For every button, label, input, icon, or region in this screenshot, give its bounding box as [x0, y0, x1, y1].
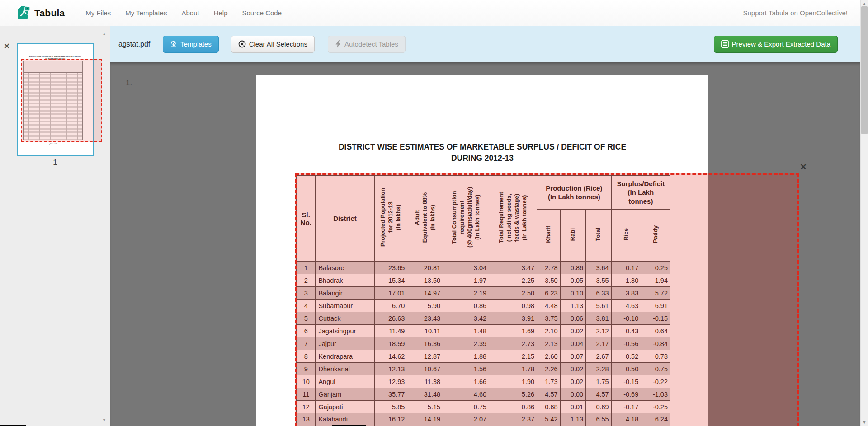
remove-page-icon[interactable]: ✕: [4, 42, 10, 50]
circle-x-icon: [238, 40, 246, 48]
remove-selection-icon[interactable]: ✕: [800, 163, 807, 171]
toolbar: agstat.pdf Templates: [110, 26, 860, 62]
content-frame: ✕ DISTRICT WISE ESTIMATES OF MARKETABLE …: [0, 26, 860, 426]
nav-item-my-templates[interactable]: My Templates: [118, 5, 174, 21]
nav-item-help[interactable]: Help: [207, 5, 235, 21]
save-template-icon: [170, 41, 177, 48]
sidebar-scroll-up-icon[interactable]: ▲: [102, 32, 106, 36]
scrollbar-down-icon[interactable]: ▼: [861, 420, 868, 425]
nav-item-about[interactable]: About: [174, 5, 206, 21]
window-scrollbar[interactable]: ▲ ▼: [860, 0, 868, 426]
document-title: DISTRICT WISE ESTIMATES OF MARKETABLE SU…: [256, 141, 708, 164]
brand[interactable]: Tabula: [17, 5, 65, 22]
page-thumbnail[interactable]: DISTRICT WISE ESTIMATES OF MARKETABLE SU…: [17, 43, 94, 156]
nav-menu: My Files My Templates About Help Source …: [78, 5, 289, 21]
navbar: Tabula My Files My Templates About Help …: [0, 0, 860, 26]
pdf-viewer[interactable]: 1. DISTRICT WISE ESTIMATES OF MARKETABLE…: [110, 62, 860, 426]
nav-item-source-code[interactable]: Source Code: [235, 5, 289, 21]
main-column: agstat.pdf Templates: [110, 26, 860, 426]
thumbnail-selection-box: [21, 59, 102, 142]
clear-all-selections-button[interactable]: Clear All Selections: [231, 36, 315, 53]
nav-item-my-files[interactable]: My Files: [78, 5, 118, 21]
scrollbar-up-icon[interactable]: ▲: [861, 1, 868, 6]
preview-export-button[interactable]: Preview & Export Extracted Data: [714, 36, 838, 53]
viewer-page-label: 1.: [126, 79, 132, 88]
thumbnail-page-stamp: [49, 143, 57, 145]
autodetect-tables-button[interactable]: Autodetect Tables: [328, 36, 406, 53]
table-selection-box[interactable]: [295, 173, 799, 426]
thumbnail-page-number: 1: [17, 158, 94, 167]
sidebar-scroll-down-icon[interactable]: ▼: [102, 418, 106, 422]
table-list-icon: [721, 40, 729, 48]
pdf-filename: agstat.pdf: [118, 40, 150, 48]
clear-all-selections-label: Clear All Selections: [249, 40, 307, 48]
scrollbar-thumb[interactable]: [861, 6, 868, 134]
tabula-app: Tabula My Files My Templates About Help …: [0, 0, 860, 426]
thumbnail-sidebar: ✕ DISTRICT WISE ESTIMATES OF MARKETABLE …: [0, 26, 110, 426]
preview-export-label: Preview & Export Extracted Data: [732, 40, 830, 48]
tabula-logo-icon: [17, 5, 31, 22]
lightning-icon: [335, 40, 341, 48]
templates-button-label: Templates: [180, 40, 211, 48]
support-link[interactable]: Support Tabula on OpenCollective!: [743, 9, 848, 17]
templates-button[interactable]: Templates: [163, 36, 218, 53]
brand-title: Tabula: [34, 8, 65, 19]
autodetect-tables-label: Autodetect Tables: [344, 40, 398, 48]
